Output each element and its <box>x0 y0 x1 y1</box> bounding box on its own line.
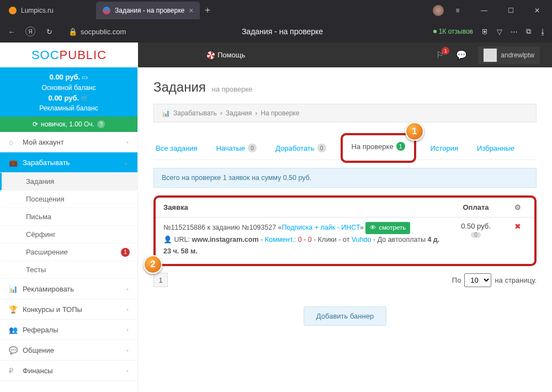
user-menu[interactable]: andrewlptw <box>478 46 540 64</box>
briefcase-icon: 💼 <box>9 158 17 167</box>
browser-tab-inactive[interactable]: Lumpics.ru <box>2 2 96 19</box>
user-icon: 👤 <box>163 236 172 243</box>
view-button[interactable]: 👁смотреть <box>365 222 410 234</box>
tab-started[interactable]: Начатые0 <box>214 136 259 160</box>
callout-1: 1 <box>405 122 424 141</box>
tab-history[interactable]: История <box>428 136 460 160</box>
menu-icon[interactable]: ≡ <box>445 2 470 19</box>
close-tab-icon[interactable]: × <box>189 6 193 15</box>
favicon <box>9 7 17 14</box>
menu-referrals[interactable]: 👥Рефералы‹ <box>0 320 137 340</box>
menu-advertise[interactable]: 📊Рекламировать‹ <box>0 279 137 299</box>
tab-review[interactable]: На проверке1 <box>349 137 407 155</box>
tab-all[interactable]: Все задания <box>153 136 200 160</box>
chevron-down-icon: ⌄ <box>124 159 129 166</box>
submenu-tasks[interactable]: Задания <box>0 173 137 190</box>
notification-badge: 1 <box>442 47 449 55</box>
add-banner-button[interactable]: Добавить баннер <box>304 306 386 326</box>
rank-box[interactable]: ⟳ новичок, 1.00 Оч. ? <box>0 116 137 132</box>
wallet-icon: ▭ <box>82 73 88 81</box>
submenu-extension[interactable]: Расширение1 <box>0 243 137 261</box>
reload-button[interactable]: ↻ <box>43 25 55 38</box>
browser-tab-active[interactable]: Задания - на проверке × <box>96 2 200 19</box>
back-button[interactable]: ← <box>6 25 18 38</box>
tab-rework[interactable]: Доработать0 <box>273 136 328 160</box>
downloads-icon[interactable]: ⭳ <box>539 28 546 36</box>
highlight-box-2: 2 Заявка Оплата ⚙ №115215886 к заданию №… <box>153 195 537 266</box>
help-icon[interactable]: ? <box>97 120 105 128</box>
chevron-left-icon: ‹ <box>126 139 129 145</box>
logo[interactable]: SOCPUBLIC <box>0 43 138 67</box>
task-link[interactable]: Подписка + лайк - ИНСТ <box>282 224 360 231</box>
submenu-visits[interactable]: Посещения <box>0 190 137 208</box>
tab-favorites[interactable]: Избранные <box>475 136 517 160</box>
pagination: 1 По 10 на страницу. <box>153 273 537 287</box>
page-number[interactable]: 1 <box>153 273 168 287</box>
content-area: Задания на проверке 📊 Зарабатывать › Зад… <box>138 67 552 392</box>
reviews-indicator[interactable]: 1К отзывов <box>433 28 473 35</box>
submenu-letters[interactable]: Письма <box>0 208 137 226</box>
crumb-mid[interactable]: Задания <box>226 109 252 117</box>
balance-box[interactable]: 0.00 руб. ▭ Основной баланс 0.00 руб. 🛒 … <box>0 67 137 116</box>
site-header: SOCPUBLIC Помощь 🏳 1 💬 andrewlptw <box>0 43 552 67</box>
shield-icon[interactable]: ⛨ <box>481 28 489 36</box>
page-heading: Задания на проверке <box>153 80 537 95</box>
sidebar: 0.00 руб. ▭ Основной баланс 0.00 руб. 🛒 … <box>0 67 138 392</box>
menu-contests[interactable]: 🏆Конкурсы и ТОПы‹ <box>0 299 137 320</box>
settings-icon[interactable]: ⚙ <box>509 203 527 211</box>
callout-2: 2 <box>144 255 162 274</box>
username: andrewlptw <box>501 51 534 59</box>
more-icon[interactable]: ⋯ <box>511 28 518 36</box>
ruble-icon: ₽ <box>9 367 17 375</box>
lifebuoy-icon <box>207 51 215 59</box>
maximize-button[interactable]: ☐ <box>498 2 523 19</box>
chat-icon[interactable]: 💬 <box>456 50 467 60</box>
tab-title: Lumpics.ru <box>21 7 54 14</box>
url-field[interactable]: 🔒 socpublic.com <box>63 28 131 36</box>
comments-link[interactable]: Коммент.: <box>265 236 296 243</box>
chart-icon: 📊 <box>9 285 17 293</box>
table-row: №115215886 к заданию №1093527 «Подписка … <box>156 218 534 264</box>
refresh-icon: ⟳ <box>33 120 38 128</box>
url-host: socpublic.com <box>81 28 126 36</box>
profile-avatar-icon[interactable] <box>433 5 444 16</box>
browser-titlebar: Lumpics.ru Задания - на проверке × ＋ ≡ —… <box>0 0 552 20</box>
per-page-select[interactable]: 10 <box>464 273 491 287</box>
payment-amount: 0.50 руб. <box>443 222 509 230</box>
menu-account[interactable]: ⌂ Мой аккаунт‹ <box>0 132 137 152</box>
badge: 1 <box>121 248 130 257</box>
notifications-icon[interactable]: 🏳 1 <box>436 50 445 60</box>
menu-finance[interactable]: ₽Финансы‹ <box>0 361 137 381</box>
content-tabs: Все задания Начатые0 Доработать0 На пров… <box>153 136 537 160</box>
minimize-button[interactable]: — <box>471 2 497 19</box>
comments-icon: 💬 <box>9 346 17 354</box>
favicon <box>103 7 110 14</box>
submenu-tests[interactable]: Тесты <box>0 261 137 279</box>
col-request: Заявка <box>163 203 443 211</box>
user-link[interactable]: Vuhdo <box>352 236 371 243</box>
payment-badge: 0 <box>471 232 481 238</box>
close-window-button[interactable]: ✕ <box>524 2 550 19</box>
trophy-icon: 🏆 <box>9 305 17 314</box>
home-icon: ⌂ <box>9 138 17 146</box>
delete-button[interactable]: ✖ <box>514 222 521 231</box>
page-title-display: Задания - на проверке <box>139 27 425 36</box>
highlight-box-1: На проверке1 1 <box>341 133 416 163</box>
cart-icon: 🛒 <box>81 94 89 102</box>
menu-earn[interactable]: 💼 Зарабатывать⌄ <box>0 152 137 173</box>
crumb-current: На проверке <box>261 109 299 117</box>
eye-icon: 👁 <box>370 223 376 234</box>
submenu-surfing[interactable]: Сёрфинг <box>0 226 137 243</box>
info-strip: Всего на проверке 1 заявок на сумму 0.50… <box>153 168 537 188</box>
tab-title: Задания - на проверке <box>115 7 184 14</box>
new-tab-button[interactable]: ＋ <box>200 3 215 18</box>
users-icon: 👥 <box>9 326 17 334</box>
menu-chat[interactable]: 💬Общение‹ <box>0 340 137 361</box>
extensions-icon[interactable]: ⧉ <box>526 27 531 36</box>
yandex-icon[interactable]: Я <box>25 27 35 36</box>
table-header: Заявка Оплата ⚙ <box>156 198 534 218</box>
crumb-root[interactable]: Зарабатывать <box>173 109 217 117</box>
browser-urlbar: ← Я ↻ 🔒 socpublic.com Задания - на прове… <box>0 20 552 43</box>
help-link[interactable]: Помощь <box>207 51 245 59</box>
bookmark-icon[interactable]: ▽ <box>497 28 502 36</box>
